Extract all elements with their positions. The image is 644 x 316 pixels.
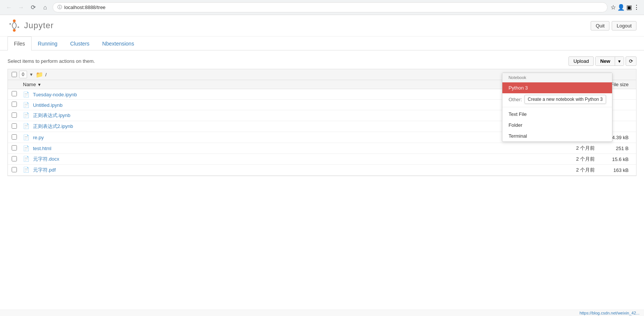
notebook-icon: 📄 [23,102,29,108]
text-file-option[interactable]: Text File [502,109,612,120]
file-link[interactable]: re.py [33,135,44,140]
tab-clusters[interactable]: Clusters [64,36,96,50]
browser-chrome: ← → ⟳ ⌂ ⓘ localhost:8888/tree ☆ 👤 ▣ ⋮ [0,0,644,15]
folder-option[interactable]: Folder [502,120,612,131]
file-checkbox[interactable] [12,167,17,172]
new-button[interactable]: New [596,57,615,65]
file-link[interactable]: 元字符.docx [33,156,59,162]
lock-icon: ⓘ [57,4,62,11]
profile-button[interactable]: 👤 [617,4,625,11]
new-button-group: New ▼ Notebook Python 3 Other: Create a … [595,56,624,66]
header-name-col[interactable]: Name ▼ [23,82,527,87]
file-checkbox[interactable] [12,91,17,96]
main-content: Select items to perform actions on them.… [0,50,644,182]
svg-point-0 [13,20,15,22]
python3-option[interactable]: Python 3 [502,82,612,93]
table-row: 📄 元字符.pdf 2 个月前 163 kB [8,165,636,176]
file-icon: 📄 [23,156,29,162]
select-text: Select items to perform actions on them. [8,58,95,64]
count-dropdown-button[interactable]: ▼ [29,72,33,77]
select-all-checkbox[interactable] [12,72,17,77]
toolbar-row: Select items to perform actions on them.… [8,56,636,66]
jupyter-logo-text: Jupyter [24,21,54,30]
apps-button[interactable]: ▣ [626,4,632,11]
jupyter-header: Jupyter Quit Logout [0,15,644,36]
tab-running[interactable]: Running [32,36,64,50]
tooltip-box: Create a new notebook with Python 3 [525,95,606,104]
file-checkbox[interactable] [12,123,17,129]
notebook-icon: 📄 [23,112,29,118]
browser-actions: ☆ 👤 ▣ ⋮ [611,4,639,11]
file-link[interactable]: 元字符.pdf [33,167,56,173]
last-modified-cell: 2 个月前 [527,145,595,152]
header-buttons: Quit Logout [591,21,636,30]
notebook-icon: 📄 [23,91,29,97]
sort-indicator: ▼ [37,82,41,87]
notebook-running-icon: 📄 [23,123,29,129]
new-dropdown-button[interactable]: ▼ [615,57,624,65]
menu-button[interactable]: ⋮ [633,4,639,11]
jupyter-logo: Jupyter [8,19,54,32]
table-row: 📄 test.html 2 个月前 251 B [8,143,636,154]
file-icon: 📄 [23,167,29,173]
logout-button[interactable]: Logout [612,21,636,30]
file-icon: 📄 [23,134,29,140]
file-link[interactable]: 正则表达式.ipynb [33,112,71,118]
file-link[interactable]: 正则表达式2.ipynb [33,123,73,129]
terminal-option[interactable]: Terminal [502,131,612,141]
bookmark-button[interactable]: ☆ [611,4,616,11]
file-icon: 📄 [23,145,29,151]
file-link[interactable]: Untitled.ipynb [33,102,63,108]
tab-nbextensions[interactable]: Nbextensions [96,36,141,50]
file-checkbox[interactable] [12,102,17,107]
tabs-bar: Files Running Clusters Nbextensions [0,36,644,50]
upload-button[interactable]: Upload [568,56,594,66]
file-checkbox[interactable] [12,145,17,150]
jupyter-logo-icon [8,19,21,32]
file-count: 0 [19,71,27,78]
new-dropdown-menu: Notebook Python 3 Other: Create a new no… [502,73,612,142]
path-text: / [45,72,47,77]
back-button[interactable]: ← [5,3,14,12]
file-checkbox[interactable] [12,156,17,161]
url-text: localhost:8888/tree [64,5,106,10]
file-checkbox[interactable] [12,112,17,118]
size-cell: 251 B [595,146,632,151]
last-modified-cell: 2 个月前 [527,167,595,173]
refresh-button[interactable]: ⟳ [626,56,636,66]
file-checkbox[interactable] [12,134,17,140]
last-modified-cell: 2 个月前 [527,156,595,163]
dropdown-divider [502,107,612,107]
other-row: Other: Create a new notebook with Python… [502,93,612,105]
reload-button[interactable]: ⟳ [29,3,38,12]
file-link[interactable]: test.html [33,146,51,151]
size-cell: 15.6 kB [595,156,632,162]
table-row: 📄 元字符.docx 2 个月前 15.6 kB [8,154,636,165]
file-link[interactable]: Tuesday-node.ipynb [33,92,77,97]
folder-icon: 📁 [36,71,43,78]
home-button[interactable]: ⌂ [41,3,50,12]
notebook-section-header: Notebook [502,73,612,82]
chevron-down-icon: ▼ [617,59,621,64]
svg-point-3 [18,26,19,28]
size-cell: 163 kB [595,167,632,173]
toolbar-right: Upload New ▼ Notebook Python 3 Other: Cr… [568,56,636,66]
quit-button[interactable]: Quit [591,21,609,30]
tab-files[interactable]: Files [8,36,32,50]
svg-point-2 [9,23,11,25]
forward-button[interactable]: → [17,3,26,12]
address-bar: ⓘ localhost:8888/tree [53,2,608,12]
other-label: Other: [508,97,522,102]
